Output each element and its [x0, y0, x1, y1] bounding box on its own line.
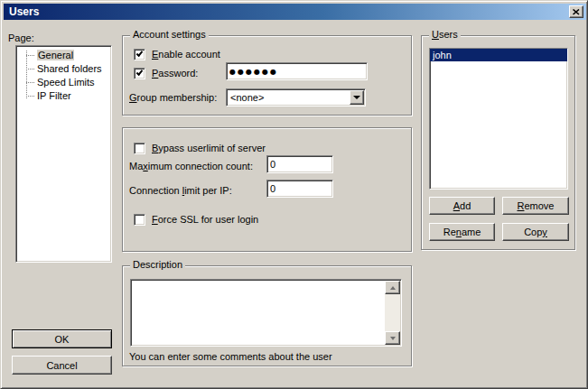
- connection-limit-per-ip-input[interactable]: [266, 180, 333, 198]
- force-ssl-checkbox[interactable]: [134, 214, 145, 226]
- tree-item-shared-folders[interactable]: Shared folders: [16, 62, 111, 76]
- force-ssl-label: Force SSL for user login: [152, 214, 258, 226]
- page-tree: General Shared folders Speed Limits IP F…: [15, 45, 112, 263]
- account-settings-group-label: Account settings: [130, 29, 209, 41]
- cancel-button[interactable]: Cancel: [12, 356, 112, 375]
- add-button[interactable]: Add: [429, 197, 495, 215]
- chevron-down-icon: [353, 96, 360, 99]
- scroll-down-button[interactable]: [385, 331, 400, 345]
- ok-button[interactable]: OK: [12, 329, 112, 348]
- close-icon: [573, 9, 580, 15]
- tree-item-ip-filter[interactable]: IP Filter: [16, 89, 111, 103]
- tree-item-speed-limits[interactable]: Speed Limits: [16, 76, 111, 89]
- group-membership-select[interactable]: <none>: [226, 88, 366, 107]
- password-label: Password:: [152, 68, 198, 79]
- checkmark-icon: [136, 50, 144, 57]
- remove-button[interactable]: Remove: [502, 197, 569, 215]
- title-bar[interactable]: Users: [4, 4, 586, 20]
- enable-account-checkbox[interactable]: [134, 49, 145, 60]
- max-connection-count-label: Maximum connection count:: [129, 161, 253, 172]
- max-connection-count-input[interactable]: [266, 155, 333, 173]
- description-group: Description You can enter some comments …: [122, 265, 412, 366]
- description-textarea[interactable]: [132, 281, 385, 345]
- group-membership-value: <none>: [230, 92, 264, 104]
- tree-item-general[interactable]: General: [16, 49, 111, 62]
- users-listbox[interactable]: john: [429, 48, 568, 190]
- limits-group: Bypass userlimit of server Maximum conne…: [122, 127, 412, 252]
- scroll-up-button[interactable]: [385, 281, 400, 294]
- password-input[interactable]: [226, 62, 368, 80]
- description-hint: You can enter some comments about the us…: [129, 351, 332, 363]
- users-dialog: Users Page: General Shared folders Speed…: [0, 0, 588, 389]
- description-field-frame: [130, 279, 402, 347]
- copy-button[interactable]: Copy: [502, 223, 569, 241]
- connection-limit-per-ip-label: Connection limit per IP:: [129, 185, 232, 197]
- dialog-title: Users: [9, 5, 39, 18]
- triangle-down-icon: [390, 337, 396, 340]
- group-membership-label: Group membership:: [129, 92, 217, 104]
- bypass-userlimit-checkbox[interactable]: [134, 143, 145, 154]
- triangle-up-icon: [390, 286, 396, 290]
- checkmark-icon: [136, 69, 144, 76]
- description-scrollbar[interactable]: [385, 281, 400, 345]
- enable-account-label: Enable account: [152, 49, 220, 60]
- description-group-label: Description: [130, 259, 185, 271]
- combo-dropdown-button[interactable]: [350, 90, 364, 105]
- password-checkbox[interactable]: [134, 68, 145, 79]
- close-button[interactable]: [569, 5, 583, 18]
- account-settings-group: Account settings Enable account Password…: [122, 35, 412, 116]
- user-list-item[interactable]: john: [430, 49, 567, 61]
- users-group: Users john Add Remove Rename Copy: [421, 35, 575, 250]
- users-group-label: Users: [429, 29, 461, 41]
- bypass-userlimit-label: Bypass userlimit of server: [152, 143, 266, 154]
- rename-button[interactable]: Rename: [429, 223, 495, 241]
- page-label: Page:: [8, 32, 34, 44]
